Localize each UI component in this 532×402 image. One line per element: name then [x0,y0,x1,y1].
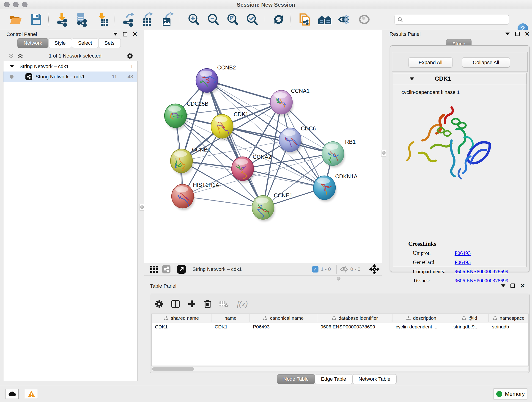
panel-float-icon[interactable] [113,33,118,36]
network-graph[interactable]: CCNB2CCNA1CDC25BCDK1CDC6RB1CCNB1CCNA2CDK… [144,30,383,263]
open-session-button[interactable] [7,11,24,28]
network-edge[interactable] [183,196,263,207]
node-section-header[interactable]: CDK1 [393,73,526,84]
show-columns-icon[interactable] [171,300,180,308]
cloud-status-button[interactable] [6,389,19,399]
pan-move-icon[interactable] [369,264,380,274]
panel-float-icon[interactable] [501,284,505,287]
network-node-ccne1[interactable]: CCNE1 [252,192,292,221]
network-tree-row[interactable]: String Network – cdk1 11 48 [3,71,137,82]
network-node-ccnb2[interactable]: CCNB2 [196,64,236,95]
network-node-cdc25b[interactable]: CDC25B [165,101,209,130]
delete-column-trash-icon[interactable] [204,300,211,308]
network-node-hist1h1a[interactable]: HIST1H1A [172,182,219,210]
hidden-items-eye-slash-icon[interactable] [340,266,348,273]
collapse-section-icon[interactable] [410,77,414,80]
network-node-cdc6[interactable]: CDC6 [279,125,316,154]
panel-close-icon[interactable]: ✕ [525,32,530,36]
import-table-from-file-button[interactable] [94,11,111,28]
node-table[interactable]: shared namename canonical name database … [152,313,529,366]
network-view-mode-icon[interactable] [162,265,171,274]
crosslink-link[interactable]: 9606.ENSP00000378699 [455,269,508,274]
tab-sets[interactable]: Sets [98,38,121,48]
network-node-cdkn1a[interactable]: CDKN1A [313,173,357,202]
crosslink-link[interactable]: P06493 [455,259,471,265]
horizontal-splitter-handle[interactable] [337,277,341,281]
panel-close-icon[interactable]: ✕ [520,283,525,288]
add-column-icon[interactable] [188,300,196,308]
right-splitter[interactable] [382,30,386,282]
table-row[interactable]: CDK1CDK1P064939606.ENSP00000378699cyclin… [152,322,528,331]
hide-selected-button[interactable] [336,11,352,28]
zoom-fit-button[interactable] [224,11,241,28]
import-network-from-file-button[interactable] [54,11,70,28]
clone-network-button[interactable] [297,11,313,28]
selected-nodes-checkbox-icon[interactable]: ✓ [312,266,318,273]
network-edge[interactable] [243,169,324,188]
export-network-button[interactable] [120,11,137,28]
import-network-from-database-button[interactable] [73,11,89,28]
table-cell[interactable]: stringdb [489,322,529,331]
tab-network-table[interactable]: Network Table [352,374,397,384]
horizontal-splitter[interactable] [144,276,383,282]
export-image-button[interactable] [159,11,176,28]
collapse-all-button[interactable]: Collapse All [462,57,510,68]
expand-all-icon[interactable] [17,53,23,59]
search-box[interactable] [394,15,509,25]
network-node-ccnb1[interactable]: CCNB1 [171,147,210,175]
column-header-name[interactable]: name [211,314,250,322]
network-node-cdk1[interactable]: CDK1 [211,111,248,140]
tab-style[interactable]: Style [48,38,72,48]
column-header-description[interactable]: description [393,314,450,322]
network-options-gear-icon[interactable] [127,53,133,59]
network-tree-row[interactable]: String Network – cdk1 1 [3,61,137,71]
open-in-new-window-icon[interactable] [177,265,186,274]
network-node-ccna1[interactable]: CCNA1 [270,88,310,116]
tree-expander-icon[interactable] [10,65,14,68]
table-cell[interactable]: CDK1 [211,322,250,331]
tab-edge-table[interactable]: Edge Table [315,374,352,384]
column-header-namespace[interactable]: namespace [489,314,529,322]
scrollbar-thumb[interactable] [152,367,194,370]
network-edge[interactable] [207,80,263,207]
column-header--id[interactable]: @id [450,314,489,322]
zoom-in-button[interactable] [185,11,202,28]
export-table-button[interactable] [139,11,156,28]
table-cell[interactable]: stringdb:9... [450,322,489,331]
table-horizontal-scrollbar[interactable] [152,367,529,371]
right-splitter-handle[interactable] [382,151,386,155]
warnings-button[interactable] [25,389,38,399]
tab-select[interactable]: Select [72,38,98,48]
panel-float-icon[interactable] [505,32,510,35]
table-cell[interactable]: cyclin-dependent ... [393,322,450,331]
expand-all-button[interactable]: Expand All [408,57,453,68]
column-header-canonical-name[interactable]: canonical name [250,314,317,322]
panel-close-icon[interactable]: ✕ [133,32,138,36]
tab-network[interactable]: Network [17,38,48,48]
panel-maximize-icon[interactable] [123,32,127,36]
network-canvas[interactable]: CCNB2CCNA1CDC25BCDK1CDC6RB1CCNB1CCNA2CDK… [144,30,383,263]
refresh-button[interactable] [270,11,287,28]
tab-node-table[interactable]: Node Table [277,374,315,384]
grid-view-icon[interactable] [150,266,158,273]
search-input[interactable] [403,17,504,22]
table-cell[interactable]: P06493 [250,322,317,331]
first-neighbors-button[interactable] [317,11,333,28]
crosslink-link[interactable]: P06493 [455,250,471,256]
table-cell[interactable]: 9606.ENSP00000378699 [317,322,393,331]
column-header-shared-name[interactable]: shared name [152,314,211,322]
show-all-button[interactable] [356,11,373,28]
zoom-selected-button[interactable] [244,11,260,28]
panel-maximize-icon[interactable] [510,283,515,288]
network-node-rb1[interactable]: RB1 [322,139,356,167]
left-splitter-handle[interactable] [140,205,144,209]
zoom-out-button[interactable] [205,11,221,28]
panel-maximize-icon[interactable] [515,32,520,36]
table-options-gear-icon[interactable] [155,300,163,308]
memory-button[interactable]: Memory [494,389,527,400]
collapse-all-icon[interactable] [8,53,14,59]
column-header-database-identifier[interactable]: database identifier [317,314,393,322]
save-session-button[interactable] [28,11,44,28]
table-cell[interactable]: CDK1 [152,322,211,331]
network-node-ccna2[interactable]: CCNA2 [232,154,271,183]
